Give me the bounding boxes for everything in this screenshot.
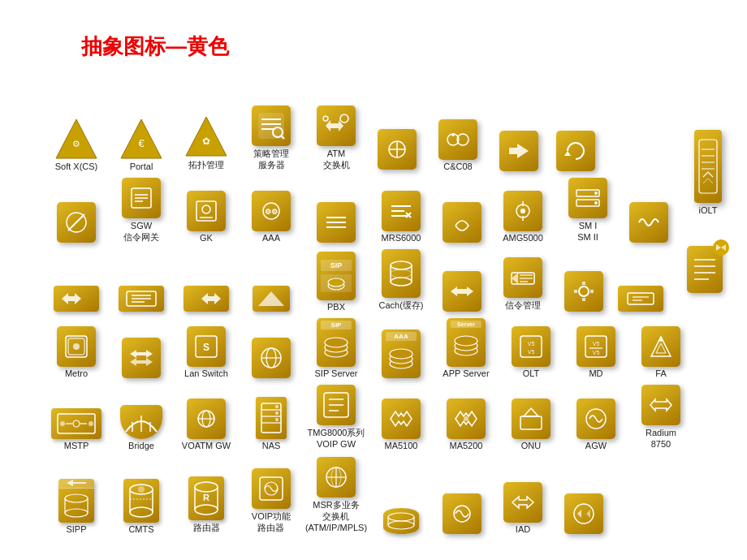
label: FA	[655, 368, 666, 378]
icon-gk: GK	[175, 191, 238, 243]
icon-tmg8000: TMG8000系列VOIP GW	[304, 385, 368, 450]
svg-point-53	[391, 278, 412, 286]
label: APP Server	[443, 368, 489, 378]
icon-slash	[45, 202, 108, 243]
icons-area: ⚙ Soft X(CS) € Portal ✿ 拓扑管理 策略管理服务器 ATM…	[45, 106, 710, 541]
icon-sipp: SIPP	[45, 479, 108, 534]
svg-point-50	[391, 261, 412, 269]
icon-empty-last	[556, 493, 611, 534]
label: SIPP	[66, 524, 86, 534]
label: 信令管理	[505, 299, 541, 312]
icon-aaa-stack: AAA	[369, 330, 433, 378]
icon-sip-server: SIP SIP Server	[304, 318, 368, 378]
icon-gear-arrow	[556, 271, 611, 312]
row-5: MSTP Bridge VOATM GW NAS	[45, 385, 710, 450]
svg-point-120	[65, 494, 88, 502]
svg-marker-118	[67, 480, 73, 486]
svg-rect-61	[628, 293, 654, 304]
icon-app-server: Server APP Server	[434, 318, 498, 378]
icon-fa: FA	[629, 326, 693, 378]
label: VOATM GW	[182, 441, 231, 450]
svg-point-40	[594, 192, 598, 195]
icon-empty-r2-4	[304, 202, 368, 243]
svg-text:R: R	[203, 493, 209, 502]
icon-amg5000: AMG5000	[491, 191, 555, 243]
svg-point-123	[65, 509, 88, 517]
svg-line-18	[68, 214, 84, 230]
icon-empty-r2-6	[434, 202, 490, 243]
label: TMG8000系列VOIP GW	[308, 427, 365, 450]
icon-lan-switch: S Lan Switch	[175, 326, 238, 378]
svg-point-109	[275, 418, 279, 421]
svg-point-77	[390, 349, 412, 359]
icon-radium: Radium8750	[629, 385, 693, 450]
label: AMG5000	[503, 233, 543, 243]
svg-point-90	[659, 338, 663, 342]
icon-nas: NAS	[240, 397, 303, 450]
label: IAD	[516, 524, 530, 534]
icon-onu: ONU	[499, 398, 563, 450]
icon-md: V5V5 MD	[564, 326, 628, 378]
icon-cyl2	[369, 508, 433, 534]
svg-text:V5: V5	[528, 341, 535, 347]
icon-ma5200: MA5200	[434, 398, 498, 450]
svg-point-80	[455, 336, 477, 346]
svg-point-92	[60, 421, 65, 426]
icon-iolt-container: iOLT	[694, 130, 722, 215]
svg-text:⚙: ⚙	[72, 139, 80, 149]
label: MRS6000	[382, 233, 421, 243]
label: VOIP功能路由器	[252, 510, 291, 534]
icon-topology: ✿ 拓扑管理	[175, 115, 238, 171]
icon-empty-r4-2	[110, 338, 173, 378]
icon-cmts: CMTS	[110, 479, 173, 534]
label: AAA	[262, 233, 280, 243]
svg-marker-116	[524, 408, 538, 416]
icon-voip-router: VOIP功能路由器	[240, 468, 303, 534]
icon-flat4	[240, 286, 303, 312]
label: PBX	[327, 302, 345, 312]
svg-point-141	[388, 513, 414, 521]
icon-policy-mgr: 策略管理服务器	[240, 106, 303, 171]
svg-point-24	[202, 205, 210, 213]
icon-cc08: C&C08	[426, 119, 490, 171]
svg-point-35	[520, 209, 525, 213]
icon-pbx: SIP PBX	[304, 252, 368, 312]
svg-point-130	[195, 482, 218, 492]
row-3: SIP PBX Cach(缓存) 信令管理	[45, 249, 710, 312]
svg-point-146	[574, 504, 594, 523]
label: Lan Switch	[184, 368, 228, 378]
row-1: ⚙ Soft X(CS) € Portal ✿ 拓扑管理 策略管理服务器 ATM…	[45, 106, 710, 171]
label: MSR多业务交换机(ATM/IP/MPLS)	[305, 499, 367, 534]
svg-point-66	[73, 343, 80, 350]
icon-router: R 路由器	[175, 476, 238, 534]
svg-text:✿: ✿	[202, 136, 210, 147]
icon-cache: Cach(缓存)	[369, 249, 433, 312]
icon-soft-x: ⚙ Soft X(CS)	[45, 118, 108, 171]
svg-point-60	[579, 286, 589, 296]
icon-sgw: SGW信令网关	[110, 178, 173, 243]
svg-point-127	[130, 507, 153, 517]
icon-mstp: MSTP	[45, 408, 108, 450]
icon-msr: MSR多业务交换机(ATM/IP/MPLS)	[304, 457, 368, 534]
svg-rect-6	[258, 113, 284, 139]
right-side-items: iOLT	[687, 130, 729, 298]
svg-point-16	[451, 133, 455, 136]
svg-text:€: €	[138, 137, 145, 149]
page-title: 抽象图标—黄色	[81, 32, 229, 61]
label: MA5100	[385, 441, 418, 450]
svg-marker-56	[512, 273, 518, 284]
label: SGW信令网关	[123, 220, 159, 243]
svg-marker-46	[258, 291, 284, 306]
icon-voatm-gw: VOATM GW	[175, 398, 238, 450]
label: GK	[200, 233, 213, 243]
label: ATM交换机	[323, 148, 350, 171]
label: SM ISM II	[577, 220, 598, 243]
icon-sm: SM ISM II	[556, 178, 620, 243]
icon-lr-arrow	[434, 271, 490, 312]
svg-rect-147	[699, 140, 717, 193]
label: Bridge	[128, 441, 154, 450]
icon-flat3	[175, 286, 238, 312]
svg-text:S: S	[203, 342, 209, 353]
svg-point-107	[275, 405, 279, 408]
svg-point-114	[464, 416, 468, 421]
